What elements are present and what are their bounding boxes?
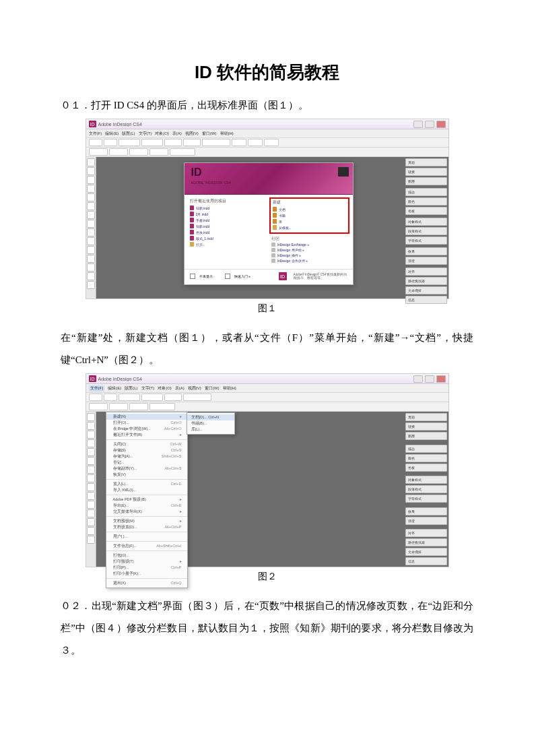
menu-help[interactable]: 帮助(H)	[220, 131, 234, 137]
file-menu-item[interactable]: 打开(O)...Ctrl+O	[106, 420, 187, 426]
file-menu-item[interactable]: 恢复(V)	[106, 472, 187, 478]
new-book[interactable]: 书籍	[273, 213, 346, 218]
tool-icon[interactable]	[87, 422, 95, 430]
file-menu-item[interactable]: 存储副本(Y)...Alt+Ctrl+S	[106, 466, 187, 472]
community-link[interactable]: InDesign Exchange »	[271, 243, 347, 247]
panel[interactable]: 对象样式	[405, 218, 447, 226]
panel[interactable]: 页面	[405, 413, 447, 421]
panel[interactable]: 效果	[405, 507, 447, 515]
recent-item[interactable]: 色块.indd	[190, 230, 266, 234]
menu-edit[interactable]: 编辑(E)	[108, 385, 121, 391]
window-max-button[interactable]	[425, 121, 434, 128]
new-document[interactable]: 文档	[273, 207, 346, 212]
file-menu-item[interactable]: 最近打开文件(R)▸	[106, 432, 187, 438]
panel[interactable]: 颜色	[405, 454, 447, 462]
tool-icon[interactable]	[87, 448, 95, 456]
panel[interactable]: 对齐	[405, 529, 447, 537]
file-menu-item[interactable]: 存储(S)Ctrl+S	[106, 447, 187, 453]
dont-show-checkbox[interactable]	[190, 274, 195, 279]
panel[interactable]: 描边	[405, 445, 447, 453]
menu-view[interactable]: 视图(V)	[185, 131, 199, 137]
panel[interactable]: 信息	[405, 296, 447, 304]
window-close-button[interactable]	[436, 121, 446, 128]
menu-object[interactable]: 对象(O)	[158, 385, 172, 391]
tool-icon[interactable]	[87, 457, 95, 465]
file-menu-item[interactable]: 文档设置(D)...Alt+Ctrl+P	[106, 524, 187, 530]
tool-icon[interactable]	[87, 501, 95, 509]
tool-icon[interactable]	[87, 228, 95, 237]
tool-icon[interactable]	[87, 176, 95, 184]
panel[interactable]: 页面	[405, 158, 447, 166]
menu-file[interactable]: 文件(F)	[89, 385, 105, 391]
menu-type[interactable]: 文字(T)	[139, 131, 152, 137]
tool-icon[interactable]	[87, 272, 95, 280]
community-link[interactable]: InDesign 插件 »	[271, 253, 347, 257]
file-menu-item[interactable]: 存储为(A)...Shift+Ctrl+S	[106, 453, 187, 460]
file-menu-item[interactable]: 在 Bridge 中浏览(W)...Alt+Ctrl+O	[106, 426, 187, 432]
tool-icon[interactable]	[87, 518, 95, 526]
panel[interactable]: 路径查找器	[405, 538, 447, 546]
recent-item[interactable]: 版式_1.indd	[190, 236, 266, 241]
panel[interactable]: 字符样式	[405, 495, 447, 503]
menu-window[interactable]: 窗口(W)	[202, 131, 217, 137]
file-menu-item[interactable]: 导入 XML(I)...	[106, 487, 187, 493]
menu-edit[interactable]: 编辑(E)	[105, 131, 119, 137]
panel[interactable]: 颜色	[405, 197, 447, 206]
tool-icon[interactable]	[87, 474, 95, 482]
new-template[interactable]: 从模板...	[273, 225, 346, 230]
file-menu-item[interactable]: 新建(N)▸	[106, 414, 187, 420]
file-menu-item[interactable]: 退出(X)Ctrl+Q	[106, 580, 187, 586]
tool-icon[interactable]	[87, 220, 95, 228]
menu-file[interactable]: 文件(F)	[89, 131, 102, 137]
menu-table[interactable]: 表(A)	[172, 131, 182, 137]
file-menu-item[interactable]: Adobe PDF 预设(B)▸	[106, 497, 187, 503]
recent-item[interactable]: 知新.indd	[190, 224, 266, 228]
tool-icon[interactable]	[87, 263, 95, 272]
menu-help[interactable]: 帮助(H)	[223, 385, 236, 391]
window-max-button[interactable]	[425, 375, 434, 383]
recent-item[interactable]: 知新.indd	[190, 206, 266, 210]
panel[interactable]: 对齐	[405, 267, 447, 276]
tool-icon[interactable]	[87, 158, 95, 166]
panel[interactable]: 色板	[405, 207, 447, 215]
menu-object[interactable]: 对象(O)	[155, 131, 169, 137]
panel[interactable]: 文本绕排	[405, 286, 447, 294]
file-menu-item[interactable]: 交叉媒体导出(X)▸	[106, 509, 187, 515]
submenu-item[interactable]: 书籍(B)...	[187, 420, 234, 427]
tool-icon[interactable]	[87, 167, 95, 175]
menu-window[interactable]: 窗口(W)	[205, 385, 220, 391]
panel[interactable]: 字符样式	[405, 237, 447, 245]
panel[interactable]: 链接	[405, 422, 447, 431]
file-menu-item[interactable]: 置入(L)...Ctrl+D	[106, 481, 187, 487]
tool-icon[interactable]	[87, 431, 95, 439]
tool-icon[interactable]	[87, 509, 95, 517]
tool-icon[interactable]	[87, 237, 95, 245]
file-menu-item[interactable]: 文档预设(M)▸	[106, 518, 187, 524]
file-menu-item[interactable]: 打印预设(T)▸	[106, 559, 187, 565]
recent-item[interactable]: 手册.indd	[190, 218, 266, 222]
tool-icon[interactable]	[87, 193, 95, 201]
file-menu-item[interactable]: 登记...	[106, 460, 187, 466]
window-close-button[interactable]	[436, 375, 446, 383]
new-library[interactable]: 库	[273, 219, 346, 224]
panel[interactable]: 描边	[405, 188, 447, 196]
window-min-button[interactable]	[413, 375, 423, 383]
file-menu-item[interactable]: 导出(E)...Ctrl+E	[106, 503, 187, 509]
panel[interactable]: 段落样式	[405, 485, 447, 493]
tool-icon[interactable]	[87, 466, 95, 474]
panel[interactable]: 信息	[405, 557, 447, 565]
panel[interactable]: 色板	[405, 464, 447, 472]
tool-icon[interactable]	[87, 211, 95, 219]
submenu-item[interactable]: 库(L)...	[187, 427, 234, 433]
window-min-button[interactable]	[413, 121, 423, 128]
tool-icon[interactable]	[87, 413, 95, 421]
tool-icon[interactable]	[87, 185, 95, 193]
submenu-item[interactable]: 文档(D)... Ctrl+N	[187, 414, 234, 420]
menu-view[interactable]: 视图(V)	[188, 385, 201, 391]
panel[interactable]: 渐变	[405, 517, 447, 525]
recent-open[interactable]: 打开...	[190, 242, 266, 247]
tool-icon[interactable]	[87, 281, 95, 289]
quickstart-checkbox[interactable]	[225, 274, 230, 279]
tool-icon[interactable]	[87, 536, 95, 544]
recent-item[interactable]: 2月.indd	[190, 212, 266, 216]
